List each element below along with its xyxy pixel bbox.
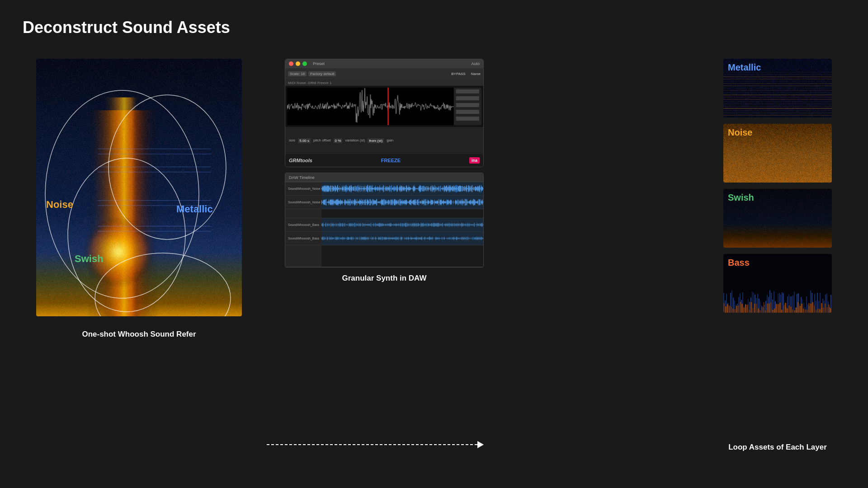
layer-card-metallic: Metallic	[723, 59, 832, 117]
param-size: size	[289, 138, 295, 143]
midi-header: MIDI Noise: GRM Freeze 1	[285, 80, 483, 86]
label-noise: Noise	[46, 199, 73, 211]
table-row: SoundWhooosh_Bass	[285, 218, 483, 232]
layer-label-metallic: Metallic	[728, 62, 761, 73]
dashed-line	[267, 444, 477, 445]
table-row: SoundWhooosh_Noise	[285, 196, 483, 209]
track-label: SoundWhooosh_Noise	[285, 201, 321, 204]
daw-tracks-window: DAW Timeline SoundWhooosh_Noise SoundWho…	[285, 173, 484, 267]
daw-waveform-canvas	[287, 88, 481, 125]
bottom-params: size 5.00 s pitch offset 0 % variation (…	[289, 138, 393, 143]
arrow-head	[477, 441, 484, 448]
param-density-val: from (st)	[368, 138, 384, 143]
param-density: variation (st)	[345, 138, 365, 143]
minimize-button[interactable]	[296, 61, 300, 66]
ina-badge: ina	[469, 157, 480, 164]
plugin-auto-text: Auto	[471, 61, 480, 66]
label-metallic: Metallic	[176, 203, 213, 215]
layer-label-noise: Noise	[728, 127, 752, 138]
daw-plugin-window: Preset Auto Scale: 16 Factory default BY…	[285, 59, 484, 167]
track-waveform	[321, 232, 483, 245]
toolbar-factory: Factory default	[308, 71, 336, 76]
label-swish: Swish	[75, 253, 104, 265]
param-gain: gain	[387, 138, 393, 143]
dashed-arrow	[267, 441, 484, 448]
param-size-val: 5.00 s	[298, 138, 311, 143]
table-row: SoundWhooosh_Bass	[285, 232, 483, 245]
track-label: SoundWhooosh_Bass	[285, 237, 321, 240]
daw-plugin-titlebar: Preset Auto	[285, 59, 483, 68]
daw-tracks-body: SoundWhooosh_Noise SoundWhooosh_Noise So…	[285, 182, 483, 267]
track-wave	[321, 245, 483, 267]
track-wave	[321, 196, 483, 209]
spectrogram-caption: One-shot Whoosh Sound Refer	[82, 330, 196, 339]
daw-bottom-controls: size 5.00 s pitch offset 0 % variation (…	[285, 127, 483, 154]
toolbar-scale: Scale: 16	[288, 71, 307, 76]
track-waveform	[321, 196, 483, 209]
daw-tracks-header: DAW Timeline	[285, 173, 483, 182]
track-wave	[321, 218, 483, 231]
tracks-header-text: DAW Timeline	[289, 175, 315, 180]
daw-plugin-body: Scale: 16 Factory default BYPASS Name MI…	[285, 68, 483, 167]
track-label: SoundWhooosh_Noise	[285, 187, 321, 190]
track-waveform	[321, 182, 483, 195]
layer-card-noise: Noise	[723, 124, 832, 183]
track-wave	[321, 209, 483, 218]
layer-card-bass: Bass	[723, 254, 832, 313]
right-caption: Loop Assets of Each Layer	[723, 443, 832, 452]
svg-point-2	[68, 158, 185, 312]
toolbar-bypass: BYPASS	[451, 72, 465, 76]
table-row	[285, 245, 483, 267]
track-wave	[321, 232, 483, 245]
layer-card-swish: Swish	[723, 189, 832, 248]
right-section: Metallic Noise Swish Bass	[723, 59, 832, 313]
layer-label-bass: Bass	[728, 258, 750, 268]
maximize-button[interactable]	[302, 61, 307, 66]
center-section: Preset Auto Scale: 16 Factory default BY…	[285, 59, 484, 283]
toolbar-name: Name	[471, 72, 481, 76]
spectrogram-section: Noise Metallic Swish Bass One-shot Whoos…	[36, 59, 242, 316]
table-row	[285, 209, 483, 218]
svg-point-1	[108, 95, 226, 239]
track-label: SoundWhooosh_Bass	[285, 223, 321, 226]
freeze-logo: FREEZE	[381, 158, 401, 163]
table-row: SoundWhooosh_Noise	[285, 182, 483, 196]
daw-waveform-area	[287, 88, 481, 125]
close-button[interactable]	[289, 61, 293, 66]
track-wave	[321, 182, 483, 195]
svg-point-3	[95, 253, 231, 316]
overlay-ellipses	[36, 59, 242, 316]
center-caption: Granular Synth in DAW	[285, 274, 484, 283]
grm-logo: GRMtools	[289, 158, 312, 163]
layer-label-swish: Swish	[728, 192, 754, 203]
daw-plugin-toolbar: Scale: 16 Factory default BYPASS Name	[285, 68, 483, 80]
param-offset: pitch offset	[313, 138, 331, 143]
track-waveform	[321, 218, 483, 231]
daw-footer: GRMtools FREEZE ina	[285, 154, 483, 167]
param-offset-val: 0 %	[334, 138, 343, 143]
page-title: Deconstruct Sound Assets	[23, 18, 230, 37]
spectrogram-image: Noise Metallic Swish Bass	[36, 59, 242, 316]
plugin-title-text: Preset	[313, 61, 325, 66]
